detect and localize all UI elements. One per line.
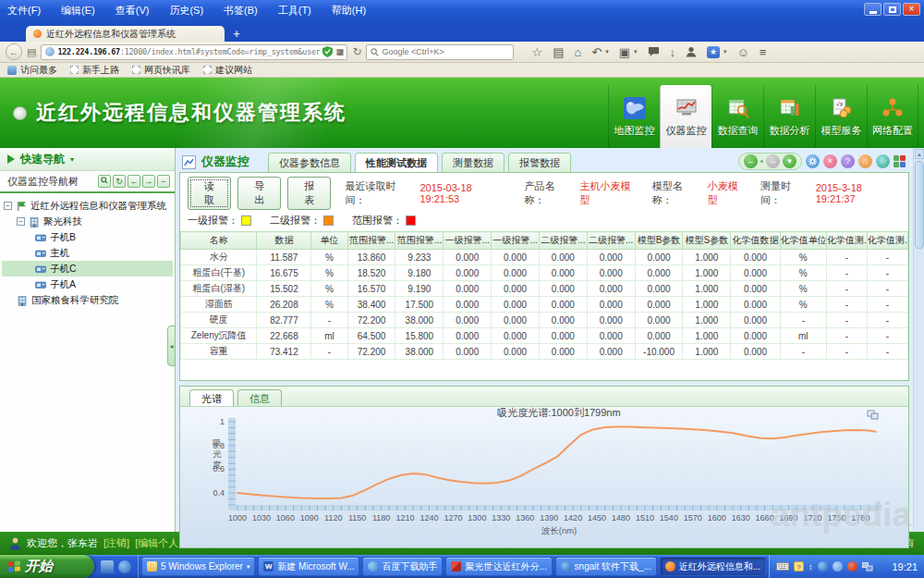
updown-tray-icon[interactable]: ↕: [808, 562, 813, 572]
new-tab-button[interactable]: +: [225, 28, 249, 42]
table-row[interactable]: 水分11.587%13.8609.2330.0000.0000.0000.000…: [181, 250, 908, 265]
bookmark-suggested-sites[interactable]: 建议网站: [203, 64, 252, 77]
search-bar[interactable]: [366, 44, 514, 60]
screenshot-dropdown-icon[interactable]: ▾: [634, 48, 638, 55]
clock[interactable]: 19:21: [892, 561, 918, 572]
page-history-dropdown-icon[interactable]: ▾: [783, 154, 796, 168]
taskbar-firefox-button[interactable]: 近红外远程信息和...: [660, 557, 766, 576]
messenger-icon[interactable]: [833, 561, 843, 572]
sync-icon[interactable]: ↶: [591, 46, 602, 58]
network-tray-icon[interactable]: [862, 562, 873, 572]
tab-performance-test[interactable]: 性能测试数据: [355, 153, 438, 172]
taskbar-word-button[interactable]: W新建 Microsoft W...: [258, 557, 359, 576]
column-header[interactable]: 名称: [181, 232, 257, 250]
tree-next-button[interactable]: →: [142, 175, 155, 188]
minimize-button[interactable]: [864, 3, 881, 16]
logout-link[interactable]: [注销]: [103, 536, 129, 550]
column-header[interactable]: 范围报警...: [347, 232, 395, 250]
restore-button[interactable]: [883, 3, 901, 16]
help-icon[interactable]: ?: [841, 154, 855, 168]
sidebar-collapse-handle[interactable]: ◂: [167, 326, 176, 366]
menu-edit[interactable]: 编辑(E): [59, 3, 97, 18]
sync-dropdown-icon[interactable]: ▾: [605, 48, 609, 55]
tree-node-org[interactable]: − 聚光科技: [2, 214, 173, 229]
tab-info[interactable]: 信息: [237, 389, 282, 406]
collapse-box-icon[interactable]: −: [4, 202, 12, 210]
bookmarks-menu-icon[interactable]: ▤: [553, 46, 564, 58]
close-page-icon[interactable]: ×: [823, 154, 837, 168]
menu-tools[interactable]: 工具(T): [276, 3, 313, 18]
column-header[interactable]: 二级报警...: [539, 232, 587, 250]
menu-file[interactable]: 文件(F): [6, 3, 43, 18]
tab-spectrum[interactable]: 光谱: [189, 389, 234, 406]
menu-view[interactable]: 查看(V): [114, 3, 152, 18]
read-button[interactable]: 读取: [188, 177, 231, 210]
column-header[interactable]: 一级报警...: [492, 232, 540, 250]
url-bar[interactable]: 122.224.196.67:12000/index.html#systemCo…: [41, 44, 347, 60]
settings-gear-icon[interactable]: [806, 154, 820, 168]
nav-model-service[interactable]: √x 模型服务: [815, 85, 867, 148]
nav-map-monitor[interactable]: 地图监控: [608, 85, 660, 148]
help-tray-icon[interactable]: ?: [794, 561, 804, 572]
page-forward-icon[interactable]: →: [766, 154, 780, 168]
bookmark-sidebar-icon[interactable]: ▤: [27, 46, 36, 58]
column-header[interactable]: 模型B参数: [635, 232, 683, 250]
quick-nav-header[interactable]: 快速导航 ▾: [0, 148, 175, 171]
home-icon[interactable]: ⌂: [574, 46, 581, 58]
tree-refresh-button[interactable]: ↻: [113, 175, 126, 188]
taskbar-explorer-button[interactable]: 5 Windows Explorer▾: [141, 557, 255, 576]
download-icon[interactable]: ↓: [670, 46, 676, 58]
table-row[interactable]: 容重73.412-72.20038.0000.0000.0000.0000.00…: [181, 344, 908, 360]
favorite-star-icon[interactable]: ☆: [876, 154, 890, 168]
taskbar-ie-button[interactable]: sngait 软件下载_...: [555, 557, 657, 576]
tree-prev-button[interactable]: ←: [128, 175, 140, 188]
browser-tab[interactable]: 近红外远程信息和仪器管理系统: [26, 26, 225, 42]
tab-instrument-params[interactable]: 仪器参数信息: [268, 153, 351, 172]
column-header[interactable]: 范围报警...: [395, 232, 444, 250]
account-icon[interactable]: [686, 46, 697, 57]
column-header[interactable]: 二级报警...: [587, 232, 635, 250]
ie-quick-icon[interactable]: [118, 560, 131, 573]
scroll-up-icon[interactable]: ▲: [915, 149, 924, 159]
column-header[interactable]: 一级报警...: [444, 232, 492, 250]
column-header[interactable]: 化学值单位: [780, 232, 826, 250]
column-header[interactable]: 单位: [311, 232, 347, 250]
input-method-icon[interactable]: [818, 561, 828, 572]
url-dropdown-icon[interactable]: ▾: [340, 48, 344, 55]
tree-search-button[interactable]: [98, 175, 111, 188]
taskbar-fpa-button[interactable]: 聚光世达近红外分...: [445, 557, 552, 576]
search-input[interactable]: [382, 47, 492, 56]
column-header[interactable]: 模型S参数: [683, 232, 731, 250]
chat-icon[interactable]: [648, 46, 660, 57]
column-header[interactable]: 化学值测...: [826, 232, 867, 250]
bookmark-most-visited[interactable]: 访问最多: [7, 64, 57, 77]
tree-node-instrument-selected[interactable]: 子机C: [2, 261, 173, 277]
menu-history[interactable]: 历史(S): [167, 3, 205, 18]
close-button[interactable]: ×: [903, 3, 920, 16]
table-row[interactable]: 湿面筋26.208%38.40017.5000.0000.0000.0000.0…: [181, 297, 908, 313]
tab-measurement-data[interactable]: 测量数据: [442, 153, 505, 172]
vertical-scrollbar[interactable]: ▲: [913, 148, 924, 532]
tree-collapse-button[interactable]: −: [157, 175, 170, 188]
start-button[interactable]: 开始: [0, 555, 94, 578]
keyboard-icon[interactable]: [776, 562, 789, 571]
menu-bookmarks[interactable]: 书签(B): [222, 3, 260, 18]
nav-data-query[interactable]: 数据查询: [711, 85, 763, 148]
column-header[interactable]: 化学值测...: [867, 232, 907, 250]
security-shield-icon[interactable]: [322, 46, 333, 57]
column-header[interactable]: 数据: [257, 232, 311, 250]
export-button[interactable]: 导出: [237, 177, 281, 210]
tree-node-org2[interactable]: 国家粮食科学研究院: [2, 292, 173, 308]
tab-alarm-data[interactable]: 报警数据: [508, 153, 571, 172]
layout-grid-icon[interactable]: [894, 155, 906, 167]
tree-node-instrument[interactable]: 主机: [2, 245, 173, 261]
tree-node-instrument[interactable]: 子机B: [2, 229, 173, 245]
nav-network-config[interactable]: 网络配置: [867, 85, 918, 148]
nav-data-analysis[interactable]: 数据分析: [763, 85, 815, 148]
back-button[interactable]: ←: [6, 43, 22, 60]
column-header[interactable]: 化学值数据: [731, 232, 780, 250]
bookmark-web-feeds[interactable]: 网页快讯库: [132, 64, 190, 77]
taskbar-baidu-button[interactable]: 百度下载助手: [362, 557, 443, 576]
screenshot-icon[interactable]: ▣: [619, 46, 630, 58]
menu-help[interactable]: 帮助(H): [330, 3, 368, 18]
